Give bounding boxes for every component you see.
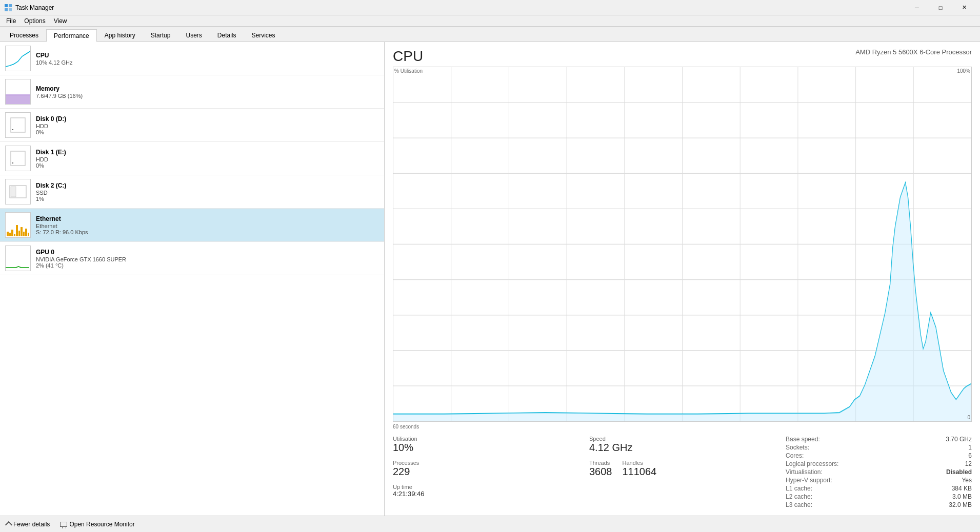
close-button[interactable]: ✕ [952,0,976,15]
disk0-info: Disk 0 (D:) HDD 0% [36,115,379,135]
disk1-thumbnail [5,146,31,171]
l3-label: L3 cache: [786,501,812,508]
disk1-value: 0% [36,162,379,169]
stat-utilisation: Utilisation 10% [393,436,579,454]
stat-virtualisation: Virtualisation: Disabled [786,468,972,476]
tab-services[interactable]: Services [244,29,283,42]
sidebar-item-disk1[interactable]: Disk 1 (E:) HDD 0% [0,142,384,175]
stat-col2: Speed 4.12 GHz Threads 3608 Handles 1110… [589,436,775,509]
cpu-name: CPU [36,52,379,59]
stats-grid: Utilisation 10% Processes 229 Up time 4:… [393,436,972,509]
ethernet-info: Ethernet Ethernet S: 72.0 R: 96.0 Kbps [36,215,379,235]
tab-bar: Processes Performance App history Startu… [0,27,980,42]
svg-rect-0 [5,4,8,7]
stat-cores: Cores: 6 [786,452,972,459]
tab-performance[interactable]: Performance [46,29,97,42]
utilisation-value: 10% [393,442,579,454]
tab-app-history[interactable]: App history [97,29,143,42]
disk2-sub: SSD [36,190,379,196]
sidebar: CPU 10% 4.12 GHz Memory 7.6/47.9 GB (16%… [0,42,385,516]
ethernet-name: Ethernet [36,215,379,222]
tab-startup[interactable]: Startup [143,29,178,42]
open-resource-monitor-button[interactable]: Open Resource Monitor [60,521,134,528]
ethernet-sub: Ethernet [36,223,379,229]
handles-value: 111064 [623,466,657,478]
stat-threads-handles: Threads 3608 Handles 111064 [589,460,775,478]
open-resource-monitor-label: Open Resource Monitor [69,521,134,528]
tab-processes[interactable]: Processes [2,29,46,42]
memory-thumbnail [5,79,31,105]
threads-label: Threads [589,460,612,466]
svg-rect-3 [9,8,12,11]
logical-processors-label: Logical processors: [786,460,838,467]
taskmanager-icon [4,4,12,12]
stat-l1: L1 cache: 384 KB [786,485,972,492]
menu-options[interactable]: Options [20,16,49,26]
menu-view[interactable]: View [50,16,71,26]
title-bar: Task Manager ─ □ ✕ [0,0,980,15]
window-title: Task Manager [15,4,54,11]
sockets-label: Sockets: [786,444,809,451]
sidebar-item-ethernet[interactable]: Ethernet Ethernet S: 72.0 R: 96.0 Kbps [0,209,384,242]
cpu-thumbnail [5,46,31,71]
graph-0-label: 0 [967,415,970,420]
tab-details[interactable]: Details [210,29,244,42]
disk1-info: Disk 1 (E:) HDD 0% [36,149,379,169]
stat-hyperv: Hyper-V support: Yes [786,477,972,484]
stat-speed: Speed 4.12 GHz [589,436,775,454]
disk0-value: 0% [36,129,379,135]
speed-label: Speed [589,436,775,442]
disk0-name: Disk 0 (D:) [36,115,379,122]
tab-users[interactable]: Users [178,29,209,42]
monitor-icon [60,522,67,527]
stat-uptime: Up time 4:21:39:46 [393,484,579,498]
sidebar-item-cpu[interactable]: CPU 10% 4.12 GHz [0,42,384,75]
title-bar-left: Task Manager [4,4,54,12]
l1-label: L1 cache: [786,485,812,492]
disk2-thumbnail [5,179,31,204]
handles-label: Handles [623,460,657,466]
l2-value: 3.0 MB [952,493,972,500]
fewer-details-button[interactable]: Fewer details [6,521,50,528]
memory-info: Memory 7.6/47.9 GB (16%) [36,85,379,99]
ethernet-thumbnail [5,212,31,238]
sidebar-item-disk2[interactable]: Disk 2 (C:) SSD 1% [0,175,384,209]
uptime-label: Up time [393,484,579,490]
virtualisation-label: Virtualisation: [786,468,823,476]
minimize-button[interactable]: ─ [905,0,929,15]
cpu-info: CPU 10% 4.12 GHz [36,52,379,66]
cpu-graph: % Utilisation 100% [393,67,972,422]
menu-bar: File Options View [0,15,980,27]
memory-value: 7.6/47.9 GB (16%) [36,93,379,99]
speed-value: 4.12 GHz [589,442,775,454]
base-speed-value: 3.70 GHz [946,436,972,443]
disk2-name: Disk 2 (C:) [36,182,379,189]
disk1-sub: HDD [36,156,379,162]
svg-rect-10 [11,187,16,197]
chevron-up-icon [5,521,12,528]
maximize-button[interactable]: □ [929,0,952,15]
gpu-sub: NVIDIA GeForce GTX 1660 SUPER [36,256,379,262]
hyperv-value: Yes [962,477,972,484]
stat-threads: Threads 3608 [589,460,612,478]
processes-label: Processes [393,460,579,466]
disk1-name: Disk 1 (E:) [36,149,379,156]
sidebar-item-gpu[interactable]: GPU 0 NVIDIA GeForce GTX 1660 SUPER 2% (… [0,242,384,275]
l3-value: 32.0 MB [949,501,972,508]
disk0-sub: HDD [36,123,379,129]
sidebar-item-memory[interactable]: Memory 7.6/47.9 GB (16%) [0,75,384,109]
l2-label: L2 cache: [786,493,812,500]
processes-value: 229 [393,466,579,478]
utilisation-label: Utilisation [393,436,579,442]
gpu-value: 2% (41 °C) [36,262,379,269]
menu-file[interactable]: File [2,16,20,26]
gpu-name: GPU 0 [36,249,379,256]
hyperv-label: Hyper-V support: [786,477,832,484]
disk2-value: 1% [36,196,379,202]
stat-l3: L3 cache: 32.0 MB [786,501,972,508]
svg-rect-4 [6,95,30,104]
disk2-info: Disk 2 (C:) SSD 1% [36,182,379,202]
l1-value: 384 KB [952,485,972,492]
disk0-thumbnail [5,112,31,138]
sidebar-item-disk0[interactable]: Disk 0 (D:) HDD 0% [0,109,384,142]
